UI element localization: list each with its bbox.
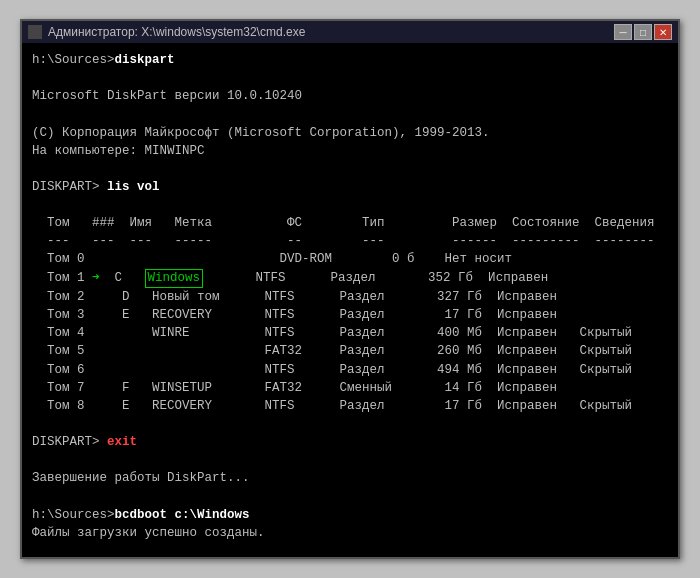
- line-exit: DISKPART> exit: [32, 433, 668, 451]
- table-row: Том 0 DVD-ROM 0 б Нет носит: [32, 250, 668, 268]
- title-bar-buttons: ─ □ ✕: [614, 24, 672, 40]
- table-header: Том ### Имя Метка ФС Тип Размер Состояни…: [32, 214, 668, 232]
- table-divider: --- --- --- ----- -- --- ------ --------…: [32, 232, 668, 250]
- line-prompt1: h:\Sources>diskpart: [32, 51, 668, 69]
- cmd-lisvol: lis vol: [107, 180, 160, 194]
- title-bar-left: Администратор: X:\windows\system32\cmd.e…: [28, 25, 305, 39]
- close-button[interactable]: ✕: [654, 24, 672, 40]
- table-row: Том 8 E RECOVERY NTFS Раздел 17 Гб Испра…: [32, 397, 668, 415]
- window-icon: [28, 25, 42, 39]
- line-blank2: [32, 105, 668, 123]
- table-row: Том 2 D Новый том NTFS Раздел 327 Гб Исп…: [32, 288, 668, 306]
- line-blank7: [32, 487, 668, 505]
- table-row: Том 3 E RECOVERY NTFS Раздел 17 Гб Испра…: [32, 306, 668, 324]
- line-info2: (С) Корпорация Майкрософт (Microsoft Cor…: [32, 124, 668, 142]
- line-bcdboot: h:\Sources>bcdboot c:\Windows: [32, 506, 668, 524]
- h-prompt: h:\Sources>: [32, 508, 115, 522]
- diskpart-prompt: DISKPART>: [32, 180, 107, 194]
- line-info1: Microsoft DiskPart версии 10.0.10240: [32, 87, 668, 105]
- table-row: Том 5 FAT32 Раздел 260 Мб Исправен Скрыт…: [32, 342, 668, 360]
- line-blank8: [32, 542, 668, 557]
- title-bar: Администратор: X:\windows\system32\cmd.e…: [22, 21, 678, 43]
- diskpart-prompt2: DISKPART>: [32, 435, 107, 449]
- line-blank4: [32, 196, 668, 214]
- line-bootfiles: Файлы загрузки успешно созданы.: [32, 524, 668, 542]
- prompt: h:\Sources>: [32, 53, 115, 67]
- cmd-bcdboot: bcdboot c:\Windows: [115, 508, 250, 522]
- restore-button[interactable]: □: [634, 24, 652, 40]
- table-row: Том 4 WINRE NTFS Раздел 400 Мб Исправен …: [32, 324, 668, 342]
- selected-arrow: ➜: [92, 271, 100, 285]
- table-row: Том 6 NTFS Раздел 494 Мб Исправен Скрыты…: [32, 361, 668, 379]
- line-blank1: [32, 69, 668, 87]
- line-lisvol: DISKPART> lis vol: [32, 178, 668, 196]
- window-title: Администратор: X:\windows\system32\cmd.e…: [48, 25, 305, 39]
- cmd-diskpart: diskpart: [115, 53, 175, 67]
- table-row: Том 7 F WINSETUP FAT32 Сменный 14 Гб Исп…: [32, 379, 668, 397]
- volume-label-windows: Windows: [145, 269, 204, 289]
- line-blank5: [32, 415, 668, 433]
- cmd-exit: exit: [107, 435, 137, 449]
- minimize-button[interactable]: ─: [614, 24, 632, 40]
- line-exiting: Завершение работы DiskPart...: [32, 469, 668, 487]
- terminal-area[interactable]: h:\Sources>diskpart Microsoft DiskPart в…: [22, 43, 678, 557]
- line-blank6: [32, 451, 668, 469]
- line-info3: На компьютере: MINWINPC: [32, 142, 668, 160]
- table-row-selected: Том 1 ➜ C Windows NTFS Раздел 352 Гб Исп…: [32, 269, 668, 289]
- cmd-window: Администратор: X:\windows\system32\cmd.e…: [20, 19, 680, 559]
- line-blank3: [32, 160, 668, 178]
